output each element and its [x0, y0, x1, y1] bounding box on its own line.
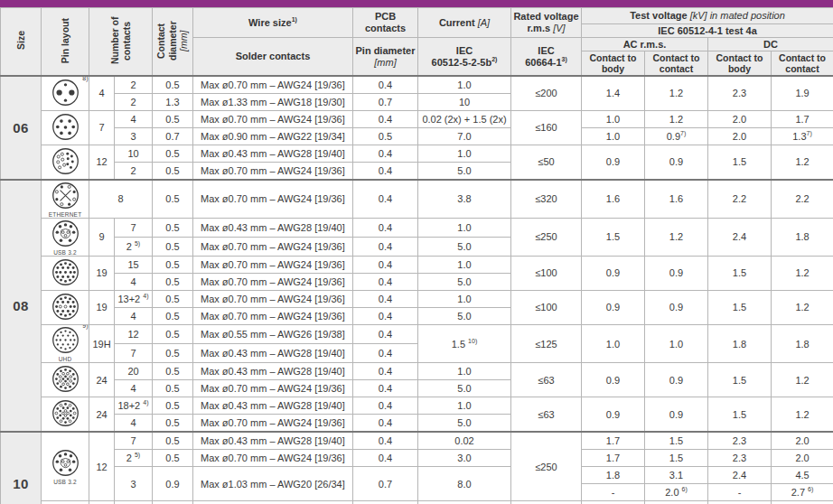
cell-pcb: 0.4 [353, 219, 418, 238]
table-row: 9)UHD 19H 12 0.5 Max ø0.55 mm – AWG26 [1… [1, 325, 833, 344]
cell-current: 5.0 [418, 415, 511, 433]
pin-layout-label: USB 3.2 [43, 480, 87, 486]
cell-ac-contact: 1.5 [645, 450, 708, 467]
cell-diameter: 0.5 [153, 415, 193, 433]
size-label-08: 08 [1, 180, 42, 432]
col-header-number-of-contacts: Number of contacts [89, 8, 153, 77]
table-row: 08 ETHERNET 8 0.5 Max ø0.70 mm – AWG24 [… [1, 180, 833, 219]
cell-pcb: 0.4 [353, 163, 418, 181]
cell-dc-contact: 1.8 [772, 325, 833, 363]
cell-current: 1.0 [418, 76, 511, 94]
col-header-rated-standard: IEC60664-13) [511, 38, 582, 77]
cell-pcb: 0.4 [353, 111, 418, 128]
contacts-total: 12 [89, 145, 115, 181]
col-header-size: Size [1, 8, 42, 77]
cell-current: 1.5 10) [418, 325, 511, 363]
cell-solder: Max ø0.70 mm – AWG24 [19/36] [193, 238, 353, 257]
col-header-test-standard: IEC 60512-4-1 test 4a [582, 24, 833, 38]
cell-current: 1.0 [418, 219, 511, 238]
cell-ac-body: 1.7 [582, 450, 645, 467]
cell-voltage: ≤63 [511, 363, 582, 397]
cell-pcb: 0.4 [353, 180, 418, 219]
cell-diameter: 0.5 [153, 344, 193, 363]
cell-contacts: 13+2 4) [115, 291, 153, 308]
col-header-ac-contact-to-body: Contact to body [582, 51, 645, 77]
cell-voltage: ≤200 [511, 76, 582, 111]
cell-diameter: 0.5 [153, 450, 193, 467]
cell-solder: Max ø0.70 mm – AWG24 [19/36] [193, 450, 353, 467]
cell-diameter: 0.5 [153, 380, 193, 397]
pin-layout-24-icon [51, 398, 80, 428]
cell-dc-contact: 1.8 [772, 219, 833, 257]
pin-layout-usb32-icon [51, 448, 80, 478]
cell-dc-contact: 1.2 [772, 363, 833, 397]
cell-ac-contact: 0.9 [645, 363, 708, 397]
pin-layout-cell [42, 363, 89, 397]
cell-solder: Max ø0.70 mm – AWG24 [19/36] [193, 415, 353, 433]
cell-dc-body: 2.4 [708, 219, 772, 257]
pin-layout-cell [42, 397, 89, 433]
cell-current: 1.0 [418, 397, 511, 415]
cell-ac-body: 1.0 [582, 128, 645, 145]
cell-pcb: 0.7 [353, 94, 418, 111]
cell-dc-body: - [708, 484, 772, 501]
cell-pcb: 0.4 [353, 274, 418, 291]
contacts-total: 7 [89, 111, 115, 145]
cell-dc-body: 1.8 [708, 325, 772, 363]
cell-diameter: 0.5 [153, 274, 193, 291]
cell-ac-contact: 0.9 [645, 257, 708, 291]
col-header-ac: AC r.m.s. [582, 38, 708, 51]
cell-voltage: ≤250 [511, 219, 582, 257]
cell-dc-body: 1.5 [708, 363, 772, 397]
cell-contacts: 3 [115, 467, 153, 501]
cell-solder: Max ø0.43 mm – AWG28 [19/40] [193, 219, 353, 238]
table-row: 2 5) 0.5 Max ø0.70 mm – AWG24 [19/36] 0.… [1, 450, 833, 467]
cell-dc-body: 1.5 [708, 145, 772, 181]
cell-diameter: 0.5 [153, 145, 193, 163]
cell-diameter: 0.5 [153, 432, 193, 450]
table-row: 10 USB 3.2 12 7 0.5 Max ø0.43 mm – AWG28… [1, 432, 833, 450]
cell-solder: Max ø0.70 mm – AWG24 [19/36] [193, 257, 353, 274]
cell-ac-contact: 2.0 6) [645, 484, 708, 501]
size-label-06: 06 [1, 76, 42, 180]
cell-current: 0.02 (2x) + 1.5 (2x) [418, 111, 511, 128]
col-header-solder-contacts: Solder contacts [193, 38, 353, 77]
cell-solder: Max ø0.70 mm – AWG24 [19/36] [193, 111, 353, 128]
cell-solder: Max ø0.90 mm – AWG22 [19/34] [193, 128, 353, 145]
cell-dc-contact: 2.0 [772, 450, 833, 467]
col-header-contact-diameter: Contact diameter [mm] [153, 8, 193, 77]
cell-solder: Max ø0.43 mm – AWG28 [19/40] [193, 432, 353, 450]
cell-ac-body: 0.9 [582, 257, 645, 291]
cell-voltage: ≤160 [511, 111, 582, 145]
cell-pcb: 0.4 [353, 145, 418, 163]
table-header: Size Pin layout Number of contacts Conta… [1, 8, 833, 77]
table-row: 7 4 0.5 Max ø0.70 mm – AWG24 [19/36] 0.4… [1, 111, 833, 128]
col-header-pin-layout: Pin layout [42, 8, 89, 77]
cell-pcb: 0.7 [353, 467, 418, 501]
cell-voltage: ≤100 [511, 291, 582, 325]
contacts-total: 19 [89, 291, 115, 325]
col-header-dc-contact-to-contact: Contact to contact [772, 51, 833, 77]
cell-voltage: ≤50 [511, 145, 582, 181]
cell-ac-body: 0.9 [582, 363, 645, 397]
cell-contacts: 2 5) [115, 238, 153, 257]
cell-ac-contact: 0.9 [645, 145, 708, 181]
col-header-test-voltage: Test voltage [kV] in mated position [582, 8, 833, 24]
cell-pcb: 0.4 [353, 415, 418, 433]
cell-dc-contact: 2.0 [772, 432, 833, 450]
cell-dc-body: 1.5 [708, 397, 772, 433]
cell-diameter: 0.5 [153, 180, 193, 219]
cell-dc-contact: 1.2 [772, 145, 833, 181]
cell-diameter: 0.5 [153, 308, 193, 325]
cell-diameter: 0.5 [153, 76, 193, 94]
contacts-total: 19 [89, 257, 115, 291]
table-body: 06 8) 4 2 0.5 Max ø0.70 mm – AWG24 [19/3… [1, 76, 833, 504]
cell-diameter: 0.5 [153, 163, 193, 181]
cell-solder: Max ø0.70 mm – AWG24 [19/36] [193, 380, 353, 397]
cell-ac-contact: 1.5 [645, 432, 708, 450]
cell-pcb: 0.4 [353, 363, 418, 380]
cell-pcb: 0.4 [353, 257, 418, 274]
col-header-dc-contact-to-body: Contact to body [708, 51, 772, 77]
cell-current: 1.0 [418, 257, 511, 274]
contacts-total: 4 [89, 76, 115, 111]
